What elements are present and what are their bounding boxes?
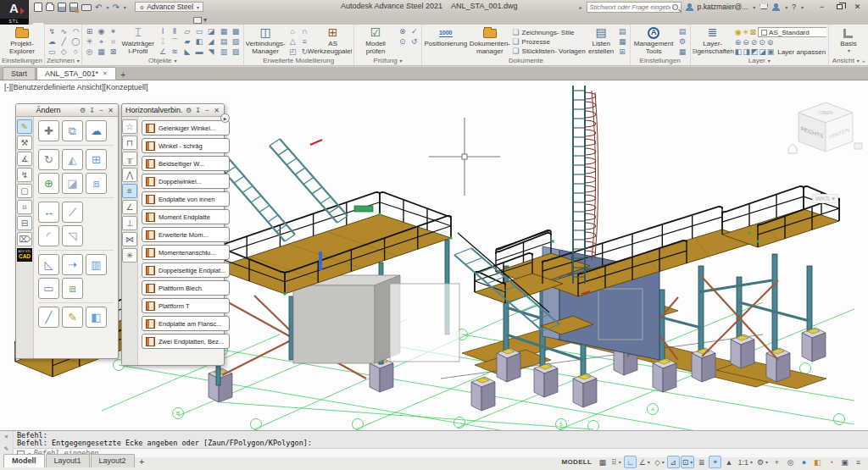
save-icon[interactable]: [58, 3, 66, 12]
connection-item[interactable]: Moment Endplatte: [142, 209, 230, 224]
compare-icon[interactable]: ◧: [811, 456, 824, 468]
undo-dropdown-icon[interactable]: ▾: [106, 4, 108, 10]
pencil-icon[interactable]: ✎: [17, 119, 32, 134]
base-plate-icon[interactable]: ▭: [38, 278, 59, 299]
model-space-label[interactable]: MODELL: [562, 458, 593, 466]
group-icon[interactable]: ⧈: [62, 278, 83, 299]
grating-var-icon[interactable]: ▩: [231, 27, 242, 36]
stairs-icon[interactable]: ≡: [299, 37, 310, 47]
signed-in-user[interactable]: p.katzmaier@...: [698, 3, 748, 11]
nc-export-icon[interactable]: ▤: [617, 27, 628, 36]
polyline-icon[interactable]: ↯: [47, 27, 58, 36]
connection-item[interactable]: Endplatte von innen: [142, 191, 230, 207]
clash-check-icon[interactable]: ⊗: [397, 27, 408, 36]
positionierung-button[interactable]: 1000 Positionierung: [424, 25, 467, 48]
isolate-layer-icon[interactable]: ⊕: [735, 38, 742, 47]
workspace-icon[interactable]: ⚙▾: [755, 456, 770, 468]
audit-icon[interactable]: ⊙: [397, 37, 408, 47]
update-icon[interactable]: ↺: [409, 37, 420, 47]
grid-display-icon[interactable]: ▦: [596, 456, 609, 468]
beam-icon[interactable]: Ⅰ: [158, 27, 169, 36]
curved-beam-icon[interactable]: ⌒: [170, 37, 181, 47]
compound-beam-icon[interactable]: ≋: [170, 47, 181, 56]
panel-label[interactable]: Zeichnen▾: [47, 56, 80, 65]
close-icon[interactable]: ✕: [107, 107, 114, 114]
minimize-icon[interactable]: −: [97, 107, 105, 114]
basis-button[interactable]: Basis ▾: [831, 25, 866, 53]
projekt-explorer-button[interactable]: Projekt- Explorer: [2, 25, 42, 56]
isometry-icon[interactable]: ⊠: [108, 47, 119, 56]
open-file-icon[interactable]: [46, 4, 54, 11]
file-tab[interactable]: Start: [3, 67, 36, 80]
connection-item[interactable]: Doppelseitige Endplat...: [142, 263, 230, 278]
match-layer-icon[interactable]: ◧: [735, 47, 743, 56]
wedge-icon[interactable]: ◥: [206, 47, 217, 56]
structural-grid-icon[interactable]: ▦: [96, 47, 107, 56]
array-icon[interactable]: ⊞: [86, 149, 107, 170]
file-tab[interactable]: ANL_STA_001* ✕: [36, 67, 116, 80]
unisolate-layer-icon[interactable]: ⊖: [743, 38, 749, 47]
viewport-controls-label[interactable]: [-][Benutzerdefinierte Ansicht][Konzeptu…: [4, 83, 148, 91]
polyline-edit-icon[interactable]: ✎: [62, 307, 83, 328]
lengthen-icon[interactable]: ⟋: [62, 202, 83, 223]
new-drawing-button[interactable]: +: [117, 70, 130, 80]
off-layer-icon[interactable]: ⊙: [759, 38, 765, 47]
section-icon[interactable]: ⌖: [96, 37, 107, 47]
horizontalverbindungen-palette[interactable]: Horizontalverbin... ⚙ ↧ − ✕ ☆⊓╥⋀≡∠⊥⋈✳ ▶ …: [121, 103, 225, 366]
connection-item[interactable]: Zwei Endplatten, Bez...: [142, 334, 230, 349]
line-edit-icon[interactable]: ╱: [38, 307, 59, 328]
osnap-icon[interactable]: ⊡▾: [681, 456, 695, 468]
tools-icon[interactable]: ⚒: [17, 135, 32, 150]
box-array-icon[interactable]: ⧈: [86, 173, 107, 194]
annotation-icon[interactable]: ▲: [722, 456, 735, 468]
trace-icon[interactable]: ◔: [825, 456, 837, 468]
wks-dropdown[interactable]: WKS ▾: [812, 194, 838, 203]
lineweight-icon[interactable]: ≣: [695, 456, 708, 468]
mirror-icon[interactable]: ◭: [62, 149, 83, 170]
ibeam-icon[interactable]: ⌶: [158, 37, 169, 47]
favorites-icon[interactable]: ☆: [122, 119, 137, 134]
help-dropdown-icon[interactable]: ▾: [801, 4, 804, 10]
poly-plate-icon[interactable]: ▭: [194, 27, 205, 36]
redo-dropdown-icon[interactable]: ▾: [124, 4, 126, 10]
misc-connection-icon[interactable]: ✳: [122, 248, 137, 263]
as-werkzeugpalette-button[interactable]: ⊞ AS Werkzeugpalette: [312, 25, 352, 56]
snap-icon[interactable]: ⠿▾: [609, 456, 623, 468]
beam-beam-icon[interactable]: ╥: [122, 152, 137, 166]
search-input[interactable]: [590, 3, 670, 11]
cad-badge[interactable]: ADV·STL CAD: [17, 248, 32, 262]
listen-erstellen-button[interactable]: ▤ Listen erstellen: [587, 25, 615, 56]
fillet-icon[interactable]: ◜: [38, 225, 59, 246]
thaw-layer-icon[interactable]: ◪: [759, 47, 766, 56]
app-menu-button[interactable]: A STL: [0, 0, 29, 25]
close-icon[interactable]: ✕: [213, 107, 220, 114]
panel-label[interactable]: Ansicht▾»: [831, 56, 866, 65]
corner-plate-icon[interactable]: ◢: [206, 37, 217, 47]
connection-item[interactable]: Winkel - schräg: [142, 138, 230, 153]
workspace-switcher[interactable]: ⚙ Advance Steel ▾: [135, 2, 203, 12]
walztraeger-button[interactable]: ⌶ Walzträger I-Profil: [120, 25, 156, 56]
aendern-palette[interactable]: Ändern ⚙ ↧ − ✕ ✎⚒∡↯▢⌗⊟⌦ ADV·STL CAD ✚⧉☁: [15, 103, 119, 359]
current-layer-icon[interactable]: ⊚: [767, 38, 774, 47]
connection-item[interactable]: Plattform T: [142, 298, 230, 313]
selection-icon[interactable]: ▢: [17, 184, 32, 198]
ucs-icon[interactable]: ∡: [17, 152, 32, 166]
clean-screen-icon[interactable]: ▣: [838, 456, 851, 468]
copy-icon[interactable]: ⧉: [62, 120, 83, 141]
erase-icon[interactable]: ⌦: [17, 232, 32, 246]
spline-icon[interactable]: ∿: [58, 27, 70, 36]
collab-dropdown-icon[interactable]: ▾: [785, 4, 787, 10]
grating-bar-icon[interactable]: ▨: [231, 37, 242, 47]
portal-icon[interactable]: ∩: [299, 27, 310, 36]
freeze-layer-icon[interactable]: ⊘: [751, 38, 758, 47]
grid-axes-icon[interactable]: ⊞: [84, 27, 95, 36]
arc-icon[interactable]: ◠: [70, 27, 80, 36]
zeichnungs-stile-button[interactable]: ❏Zeichnungs- Stile: [512, 28, 585, 36]
match-prop-icon[interactable]: ⌗: [17, 200, 32, 214]
viewcube[interactable]: OBEN RECHTS HINTEN WKS ▾: [785, 96, 866, 207]
minimize-icon[interactable]: −: [203, 107, 211, 114]
polygon-icon[interactable]: ◇: [58, 47, 70, 56]
pin-icon[interactable]: ↧: [88, 107, 96, 114]
grating-std-icon[interactable]: ▤: [219, 37, 230, 47]
search-icon[interactable]: [672, 4, 678, 10]
